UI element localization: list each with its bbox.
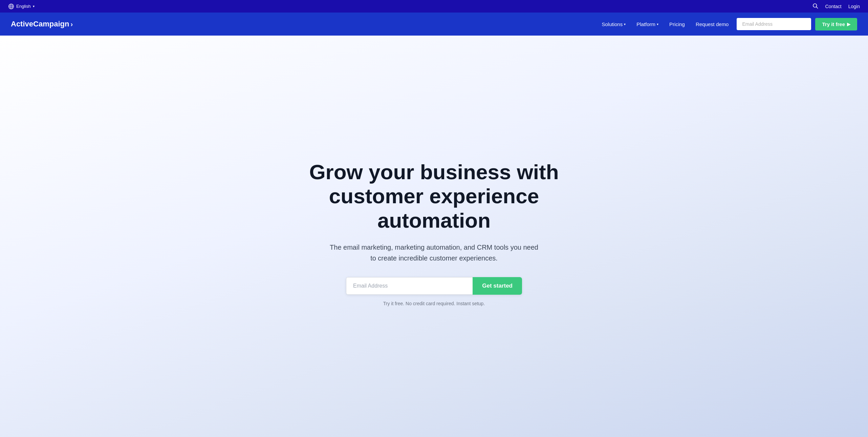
language-chevron: ▾ — [33, 4, 35, 8]
pricing-nav-item[interactable]: Pricing — [669, 21, 685, 27]
platform-label: Platform — [636, 21, 655, 27]
hero-email-input[interactable] — [346, 277, 473, 295]
search-icon — [812, 3, 818, 9]
contact-link[interactable]: Contact — [825, 4, 841, 9]
globe-icon — [8, 3, 14, 9]
get-started-button[interactable]: Get started — [473, 277, 522, 295]
hero-section: Grow your business with customer experie… — [0, 36, 868, 437]
nav-actions: Try it free ▶ — [737, 18, 857, 30]
nav-links: Solutions ▾ Platform ▾ Pricing Request d… — [602, 21, 729, 27]
main-nav: ActiveCampaign › Solutions ▾ Platform ▾ … — [0, 13, 868, 36]
solutions-nav-item[interactable]: Solutions ▾ — [602, 21, 626, 27]
try-free-label: Try it free — [822, 21, 845, 27]
hero-fine-print: Try it free. No credit card required. In… — [383, 301, 485, 306]
language-label: English — [16, 4, 31, 9]
hero-subtitle: The email marketing, marketing automatio… — [329, 242, 539, 264]
platform-nav-item[interactable]: Platform ▾ — [636, 21, 658, 27]
pricing-label: Pricing — [669, 21, 685, 27]
login-link[interactable]: Login — [848, 4, 860, 9]
try-free-arrow: ▶ — [847, 22, 850, 27]
request-demo-nav-item[interactable]: Request demo — [696, 21, 729, 27]
logo[interactable]: ActiveCampaign › — [11, 20, 73, 28]
hero-title: Grow your business with customer experie… — [282, 160, 586, 232]
search-button[interactable] — [812, 3, 818, 10]
hero-form: Get started — [346, 277, 522, 295]
top-bar-right: Contact Login — [812, 3, 860, 10]
request-demo-label: Request demo — [696, 21, 729, 27]
svg-line-6 — [817, 7, 818, 8]
language-selector[interactable]: English ▾ — [8, 3, 35, 9]
solutions-chevron: ▾ — [624, 22, 626, 26]
nav-email-input[interactable] — [737, 18, 811, 30]
logo-text: ActiveCampaign — [11, 20, 69, 28]
logo-arrow: › — [70, 20, 73, 28]
solutions-label: Solutions — [602, 21, 623, 27]
top-bar: English ▾ Contact Login — [0, 0, 868, 13]
try-free-button[interactable]: Try it free ▶ — [815, 18, 857, 30]
platform-chevron: ▾ — [657, 22, 658, 26]
